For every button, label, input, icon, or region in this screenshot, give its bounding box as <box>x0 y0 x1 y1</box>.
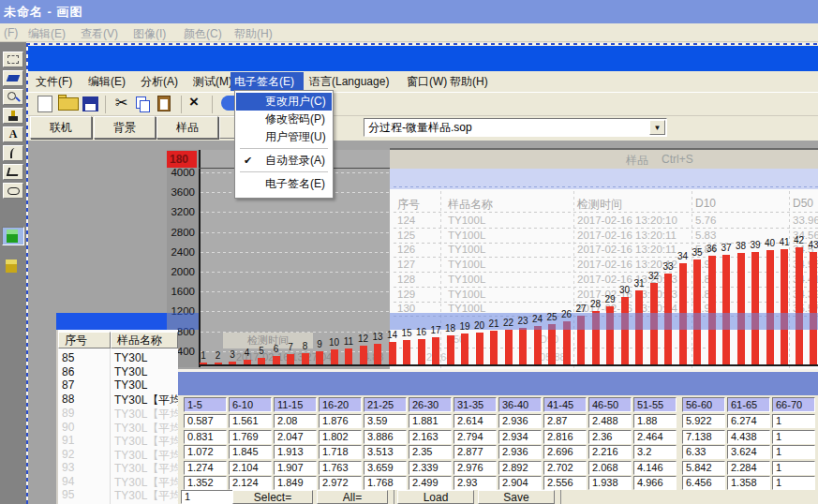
app-menu-item[interactable]: 测试(M) <box>193 74 232 90</box>
bottom-table-cell[interactable]: 1 <box>772 445 815 459</box>
select-icon[interactable] <box>3 52 23 67</box>
cube-green-icon[interactable] <box>2 227 24 245</box>
app-menu-item-highlighted[interactable]: 电子签名(E) <box>231 72 304 91</box>
bottom-table-cell[interactable]: 2.696 <box>543 445 587 459</box>
bottom-window-title-band[interactable] <box>178 372 818 395</box>
bottom-table-cell[interactable]: 2.124 <box>229 476 272 490</box>
bottom-table-cell[interactable]: 6.274 <box>727 414 770 428</box>
delete-icon[interactable]: × <box>189 93 199 111</box>
outer-menu-item[interactable]: (F) <box>4 26 18 39</box>
bottom-table-cell[interactable]: 2.934 <box>498 430 542 444</box>
polygon-icon[interactable] <box>3 164 23 180</box>
bottom-button-All[interactable]: All= <box>317 490 388 504</box>
context-menu-item[interactable]: 电子签名(E) <box>236 175 332 193</box>
bottom-table-cell[interactable]: 2.976 <box>454 461 497 475</box>
bottom-table-cell[interactable]: 2.284 <box>727 461 770 475</box>
sop-combo[interactable]: ▼ <box>364 118 667 137</box>
bottom-table-cell[interactable]: 1.849 <box>274 476 317 490</box>
outer-menu-item[interactable]: 图像(I) <box>133 26 166 42</box>
paste-icon[interactable] <box>157 96 171 111</box>
app-button-样品[interactable]: 样品 <box>156 116 218 139</box>
text-icon[interactable]: A <box>3 126 23 142</box>
bottom-table-cell[interactable]: 1 <box>772 461 815 475</box>
bottom-table-cell[interactable]: 1.274 <box>184 461 227 475</box>
context-menu-item[interactable]: 更改用户(C) <box>236 93 332 111</box>
bottom-table-cell[interactable]: 1.358 <box>727 476 770 490</box>
cube-yellow-icon[interactable] <box>2 258 24 276</box>
bottom-table-cell[interactable]: 1.352 <box>184 476 227 490</box>
combo-dropdown-button[interactable]: ▼ <box>649 120 665 135</box>
app-menu-item[interactable]: 文件(F) <box>36 74 72 90</box>
outer-menu-item[interactable]: 帮助(H) <box>234 26 273 42</box>
bottom-table-cell[interactable]: 2.36 <box>588 430 632 444</box>
bottom-table-cell[interactable]: 1.802 <box>319 430 362 444</box>
sop-combo-input[interactable] <box>366 120 649 135</box>
cut-icon[interactable]: ✂ <box>115 94 127 111</box>
bottom-table-cell[interactable]: 0.587 <box>184 414 227 428</box>
outer-menu-item[interactable]: 查看(V) <box>81 26 118 42</box>
bottom-table-cell[interactable]: 2.614 <box>454 414 497 428</box>
bottom-table-cell[interactable]: 2.488 <box>588 414 632 428</box>
bottom-table-cell[interactable]: 2.936 <box>498 445 542 459</box>
front-table-row[interactable]: 87TY30L <box>58 378 178 392</box>
bottom-table-cell[interactable]: 2.047 <box>274 430 317 444</box>
context-menu-item[interactable]: 用户管理(U) <box>236 128 332 146</box>
bottom-table-cell[interactable]: 1.763 <box>319 461 362 475</box>
bottom-table-cell[interactable]: 2.877 <box>454 445 497 459</box>
bottom-table-cell[interactable]: 2.904 <box>498 476 542 490</box>
bottom-table-cell[interactable]: 1.769 <box>229 430 272 444</box>
bottom-table-cell[interactable]: 1.845 <box>229 445 272 459</box>
app-button-联机[interactable]: 联机 <box>30 116 92 139</box>
bottom-table-cell[interactable]: 2.499 <box>409 476 452 490</box>
bottom-table-cell[interactable]: 2.464 <box>633 430 677 444</box>
bottom-table-cell[interactable]: 2.794 <box>454 430 497 444</box>
context-menu-item[interactable]: 修改密码(P) <box>236 111 332 128</box>
bottom-table-cell[interactable]: 1.907 <box>274 461 317 475</box>
bottom-table-cell[interactable]: 2.216 <box>588 445 632 459</box>
bottom-table-cell[interactable]: 1.561 <box>229 414 272 428</box>
open-folder-icon[interactable] <box>58 97 79 111</box>
bottom-table-cell[interactable]: 1 <box>772 430 815 444</box>
bottom-table-cell[interactable]: 2.339 <box>409 461 452 475</box>
new-doc-icon[interactable] <box>37 96 52 112</box>
bottom-table-cell[interactable]: 2.892 <box>498 461 542 475</box>
bottom-table-cell[interactable]: 1.938 <box>588 476 632 490</box>
front-table-row[interactable]: 85TY30L <box>58 351 178 364</box>
bottom-table-cell[interactable]: 2.93 <box>454 476 497 490</box>
bottom-table-cell[interactable]: 3.659 <box>364 461 407 475</box>
row-count-field[interactable]: 1 <box>181 490 235 504</box>
app-menu-item[interactable]: 窗口(W) <box>407 74 447 90</box>
bottom-table-cell[interactable]: 2.068 <box>588 461 632 475</box>
bottom-table-cell[interactable]: 3.513 <box>364 445 407 459</box>
bottom-table-cell[interactable]: 0.831 <box>184 430 227 444</box>
app-menu-item[interactable]: 分析(A) <box>141 74 178 90</box>
bottom-table-cell[interactable]: 4.438 <box>727 430 770 444</box>
sample-table-row[interactable]: 124TY100L2017-02-16 13:20:105.7633.96 <box>390 215 818 229</box>
curve-icon[interactable] <box>3 145 23 161</box>
bottom-table-cell[interactable]: 1 <box>772 414 815 428</box>
bottom-table-cell[interactable]: 2.163 <box>409 430 452 444</box>
fill-icon[interactable] <box>3 70 23 86</box>
bottom-table-cell[interactable]: 3.59 <box>364 414 407 428</box>
bottom-button-Load[interactable]: Load <box>397 490 474 504</box>
bottom-table-cell[interactable]: 2.35 <box>409 445 452 459</box>
bottom-table-cell[interactable]: 2.702 <box>543 461 587 475</box>
app-button-背景[interactable]: 背景 <box>94 116 156 139</box>
bottom-table-cell[interactable]: 5.922 <box>682 414 725 428</box>
brush-icon[interactable] <box>3 108 23 124</box>
bottom-table-cell[interactable]: 1.913 <box>274 445 317 459</box>
bottom-table-cell[interactable]: 6.33 <box>682 445 725 459</box>
bottom-table-cell[interactable]: 2.816 <box>543 430 587 444</box>
front-table-row[interactable]: 88TY30L【平均] <box>58 393 178 406</box>
outer-menu-item[interactable]: 颜色(C) <box>184 26 222 42</box>
bottom-table-cell[interactable]: 5.842 <box>682 461 725 475</box>
app-menu-item[interactable]: 帮助(H) <box>450 74 488 90</box>
bottom-button-Select[interactable]: Select= <box>232 490 313 504</box>
bottom-table-cell[interactable]: 1.88 <box>633 414 677 428</box>
bottom-table-cell[interactable]: 2.556 <box>543 476 587 490</box>
rounded-rect-icon[interactable] <box>3 183 23 199</box>
bottom-table-cell[interactable]: 1.881 <box>409 414 452 428</box>
bottom-table-cell[interactable]: 1.768 <box>364 476 407 490</box>
copy-icon[interactable] <box>136 96 146 109</box>
bottom-table-cell[interactable]: 1.072 <box>184 445 227 459</box>
